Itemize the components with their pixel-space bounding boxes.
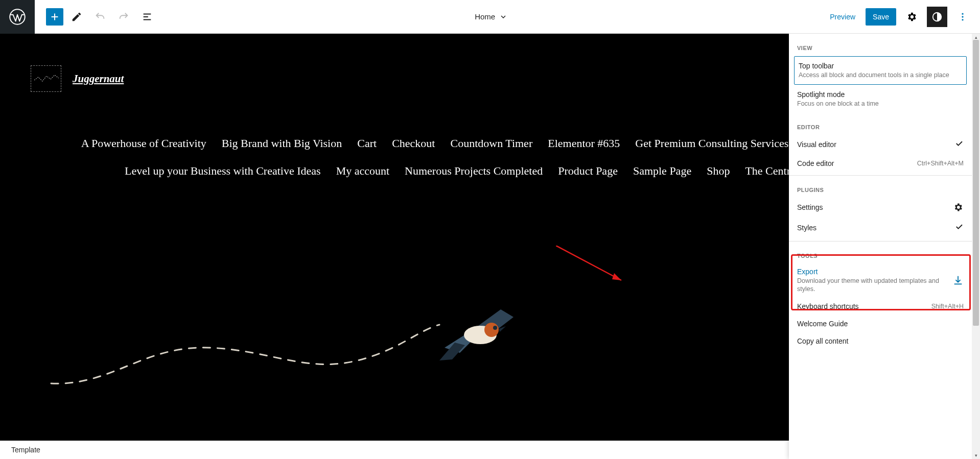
save-button[interactable]: Save	[866, 8, 896, 26]
menu-item-welcome-guide[interactable]: Welcome Guide	[789, 315, 972, 332]
bird-trail	[51, 325, 439, 386]
menu-item-title: Welcome Guide	[797, 320, 964, 328]
menu-item-keyboard-shortcuts[interactable]: Keyboard shortcuts Shift+Alt+H	[789, 298, 972, 315]
nav-link[interactable]: Shop	[707, 164, 730, 178]
styles-button[interactable]	[927, 7, 947, 27]
menu-item-title: Settings	[797, 203, 946, 211]
menu-item-shortcut: Ctrl+Shift+Alt+M	[917, 160, 964, 167]
gear-icon	[952, 202, 964, 213]
site-header: Juggernaut	[31, 65, 124, 92]
menu-item-desc: Focus on one block at a time	[797, 100, 964, 108]
site-brand[interactable]: Juggernaut	[73, 73, 124, 85]
menu-item-title: Code editor	[797, 159, 911, 167]
svg-point-3	[962, 16, 963, 17]
menu-item-desc: Access all block and document tools in a…	[799, 71, 962, 79]
add-block-button[interactable]	[46, 8, 63, 26]
svg-point-6	[484, 323, 499, 337]
menu-item-title: Spotlight mode	[797, 90, 964, 99]
menu-item-export[interactable]: Export Download your theme with updated …	[789, 263, 972, 298]
menu-item-title: Visual editor	[797, 140, 947, 149]
menu-item-title: Keyboard shortcuts	[797, 302, 925, 310]
scrollbar-thumb[interactable]	[973, 40, 979, 326]
list-view-button[interactable]	[137, 7, 157, 27]
wordpress-logo[interactable]	[0, 0, 35, 34]
menu-item-title: Export	[797, 268, 946, 276]
menu-item-desc: Download your theme with updated templat…	[797, 277, 946, 294]
nav-link[interactable]: Get Premium Consulting Services	[635, 137, 788, 150]
check-icon	[953, 222, 964, 233]
menu-item-code-editor[interactable]: Code editor Ctrl+Shift+Alt+M	[789, 155, 972, 172]
menu-section-view: View	[789, 34, 972, 55]
menu-section-editor: Editor	[789, 113, 972, 134]
nav-link[interactable]: Cart	[357, 137, 377, 150]
document-title: Home	[475, 12, 495, 21]
nav-link[interactable]: Big Brand with Big Vision	[222, 137, 342, 150]
menu-item-title: Styles	[797, 224, 947, 232]
toolbar-right: Preview Save	[825, 7, 980, 27]
scroll-down-arrow-icon[interactable]: ▾	[972, 452, 980, 459]
nav-link[interactable]: Level up your Business with Creative Ide…	[125, 164, 321, 178]
svg-point-0	[10, 9, 25, 24]
nav-link[interactable]: Elementor #635	[548, 137, 620, 150]
menu-item-copy-all[interactable]: Copy all content	[789, 332, 972, 350]
bird-illustration	[424, 294, 521, 366]
menu-section-plugins: Plugins	[789, 176, 972, 197]
gear-icon	[906, 11, 917, 22]
nav-link[interactable]: Numerous Projects Completed	[405, 164, 543, 178]
document-title-dropdown[interactable]: Home	[157, 12, 825, 21]
redo-button	[113, 7, 134, 27]
nav-link[interactable]: My account	[336, 164, 389, 178]
footer-label: Template	[11, 446, 40, 454]
preview-button[interactable]: Preview	[825, 9, 860, 25]
chart-line-icon	[34, 74, 59, 83]
nav-link[interactable]: Sample Page	[633, 164, 691, 178]
menu-item-shortcut: Shift+Alt+H	[931, 303, 964, 310]
chevron-down-icon	[499, 13, 507, 21]
nav-link[interactable]: Product Page	[558, 164, 618, 178]
svg-point-7	[493, 326, 497, 330]
toolbar-left	[35, 7, 157, 27]
kebab-icon	[958, 12, 968, 22]
svg-point-4	[962, 19, 963, 20]
menu-item-spotlight[interactable]: Spotlight mode Focus on one block at a t…	[789, 86, 972, 112]
menu-item-top-toolbar[interactable]: Top toolbar Access all block and documen…	[794, 56, 967, 85]
svg-point-2	[962, 13, 963, 14]
tools-edit-button[interactable]	[66, 7, 87, 27]
menu-item-styles[interactable]: Styles	[789, 218, 972, 238]
options-button[interactable]	[952, 7, 973, 27]
menu-section-tools: Tools	[789, 241, 972, 263]
menu-item-visual-editor[interactable]: Visual editor	[789, 134, 972, 155]
options-menu: View Top toolbar Access all block and do…	[789, 34, 972, 459]
nav-link[interactable]: Checkout	[392, 137, 435, 150]
menu-item-settings[interactable]: Settings	[789, 197, 972, 218]
menu-item-title: Copy all content	[797, 337, 964, 345]
undo-button	[90, 7, 110, 27]
nav-link[interactable]: A Powerhouse of Creativity	[81, 137, 206, 150]
scrollbar[interactable]: ▴ ▾	[972, 34, 980, 459]
settings-button[interactable]	[901, 7, 922, 27]
download-icon	[952, 275, 964, 286]
nav-link[interactable]: Countdown Timer	[450, 137, 532, 150]
menu-item-title: Top toolbar	[799, 62, 962, 70]
editor-topbar: Home Preview Save	[0, 0, 980, 34]
contrast-icon	[931, 11, 943, 22]
site-logo-placeholder[interactable]	[31, 65, 61, 92]
check-icon	[953, 139, 964, 150]
